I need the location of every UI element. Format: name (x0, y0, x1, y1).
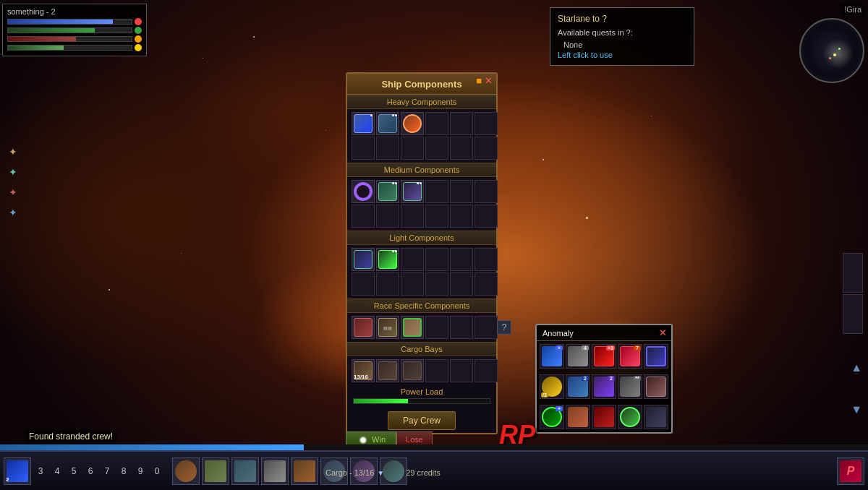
light-slot-5[interactable] (450, 248, 473, 271)
heavy-slot-4[interactable] (425, 112, 448, 135)
anomaly-badge-11: + (556, 406, 563, 411)
medium-slot-11[interactable] (450, 205, 473, 228)
anomaly-slot-4[interactable]: 7 (618, 344, 642, 369)
anomaly-slot-12[interactable] (566, 405, 590, 429)
anomaly-slot-15[interactable] (644, 405, 668, 429)
bottom-p-button[interactable]: P (837, 457, 864, 485)
medium-slot-9[interactable] (401, 205, 424, 228)
question-button[interactable]: ? (497, 320, 511, 335)
race-slot-1[interactable] (352, 316, 375, 339)
cargo-slot-1[interactable]: 13/16 (352, 359, 375, 382)
bottom-action-1[interactable] (172, 457, 200, 485)
bottom-num-3[interactable]: 3 (33, 466, 48, 476)
anomaly-slot-14[interactable] (618, 405, 642, 429)
anomaly-slot-8[interactable]: 2 (592, 374, 616, 399)
bottom-num-8[interactable]: 8 (116, 466, 131, 476)
medium-slot-4[interactable] (425, 180, 448, 203)
bottom-action-8[interactable] (380, 457, 407, 485)
cargo-slot-2[interactable] (376, 359, 399, 382)
light-slot-2[interactable] (376, 248, 399, 271)
race-slot-6[interactable] (475, 316, 498, 339)
power-label: Power Load (352, 387, 492, 396)
medium-slot-6[interactable] (475, 180, 498, 203)
starlane-action[interactable]: Left click to use (558, 51, 686, 59)
anomaly-slot-10[interactable] (644, 374, 668, 399)
heavy-slot-6[interactable] (475, 112, 498, 135)
light-slot-4[interactable] (425, 248, 448, 271)
cargo-slot-6[interactable] (475, 359, 498, 382)
bottom-action-5[interactable] (291, 457, 318, 485)
light-slot-3[interactable] (401, 248, 424, 271)
cargo-slot-3[interactable] (401, 359, 424, 382)
side-btn-4[interactable]: ✦ (6, 205, 20, 220)
anomaly-slot-11[interactable]: + (540, 405, 564, 429)
bottom-action-7[interactable] (350, 457, 378, 485)
medium-slot-5[interactable] (450, 180, 473, 203)
heavy-slot-3[interactable] (401, 112, 424, 135)
race-slot-4[interactable] (425, 316, 448, 339)
heavy-slot-2[interactable] (376, 112, 399, 135)
anomaly-slot-2[interactable]: 4 (566, 344, 590, 369)
heavy-slot-5[interactable] (450, 112, 473, 135)
anomaly-slot-1[interactable]: + (540, 344, 564, 369)
right-panel-slot-2 (843, 294, 863, 334)
heavy-slot-12[interactable] (475, 137, 498, 160)
cargo-slot-4[interactable] (425, 359, 448, 382)
bottom-action-4[interactable] (261, 457, 289, 485)
anomaly-slot-9[interactable]: ** (618, 374, 642, 399)
medium-slot-8[interactable] (376, 205, 399, 228)
anomaly-slot-13[interactable] (592, 405, 616, 429)
bottom-num-0[interactable]: 0 (150, 466, 164, 476)
power-bar (353, 398, 490, 404)
bottom-num-6[interactable]: 6 (83, 466, 98, 476)
bottom-num-5[interactable]: 5 (67, 466, 81, 476)
medium-slot-7[interactable] (352, 205, 375, 228)
anomaly-slot-6[interactable]: /3 (540, 374, 564, 399)
side-btn-2[interactable]: ✦ (6, 165, 20, 179)
bottom-slot-ship[interactable]: 2 (4, 457, 31, 485)
medium-slot-12[interactable] (475, 205, 498, 228)
light-slot-11[interactable] (450, 272, 473, 296)
bottom-num-4[interactable]: 4 (50, 466, 64, 476)
cargo-slot-5[interactable] (450, 359, 473, 382)
light-slot-12[interactable] (475, 272, 498, 296)
heavy-slot-1[interactable] (352, 112, 375, 135)
panel-minimize-button[interactable]: ■ (476, 76, 482, 85)
anomaly-slot-5[interactable] (644, 344, 668, 369)
heavy-slot-7[interactable] (352, 137, 375, 160)
light-slot-9[interactable] (401, 272, 424, 296)
light-slot-10[interactable] (425, 272, 448, 296)
bottom-num-7[interactable]: 7 (100, 466, 114, 476)
race-slot-2[interactable]: ▤▤ (376, 316, 399, 339)
pay-crew-button[interactable]: Pay Crew (388, 411, 456, 430)
bottom-action-2[interactable] (202, 457, 229, 485)
anomaly-close-button[interactable]: ✕ (655, 325, 671, 340)
race-slot-5[interactable] (450, 316, 473, 339)
medium-slot-2[interactable] (376, 180, 399, 203)
right-arrow-up[interactable]: ▲ (851, 361, 862, 374)
minimap[interactable] (799, 18, 864, 83)
right-arrow-down[interactable]: ▼ (851, 403, 862, 416)
ui-layer: something - 2 Starlane to (0, 0, 868, 490)
panel-close-button[interactable]: ✕ (485, 76, 493, 85)
medium-slot-1[interactable] (352, 180, 375, 203)
bottom-action-6[interactable] (320, 457, 348, 485)
medium-slot-3[interactable] (401, 180, 424, 203)
bottom-action-3[interactable] (231, 457, 259, 485)
medium-slot-10[interactable] (425, 205, 448, 228)
light-slot-7[interactable] (352, 272, 375, 296)
bottom-num-9[interactable]: 9 (133, 466, 148, 476)
heavy-slot-9[interactable] (401, 137, 424, 160)
light-components-grid (347, 245, 496, 298)
side-btn-1[interactable]: ✦ (6, 145, 20, 159)
light-slot-6[interactable] (475, 248, 498, 271)
side-btn-3[interactable]: ✦ (6, 185, 20, 199)
light-slot-8[interactable] (376, 272, 399, 296)
race-slot-3[interactable] (401, 316, 424, 339)
anomaly-slot-3[interactable]: +3 (592, 344, 616, 369)
heavy-slot-8[interactable] (376, 137, 399, 160)
heavy-slot-10[interactable] (425, 137, 448, 160)
heavy-slot-11[interactable] (450, 137, 473, 160)
anomaly-slot-7[interactable]: 2 (566, 374, 590, 399)
light-slot-1[interactable] (352, 248, 375, 271)
